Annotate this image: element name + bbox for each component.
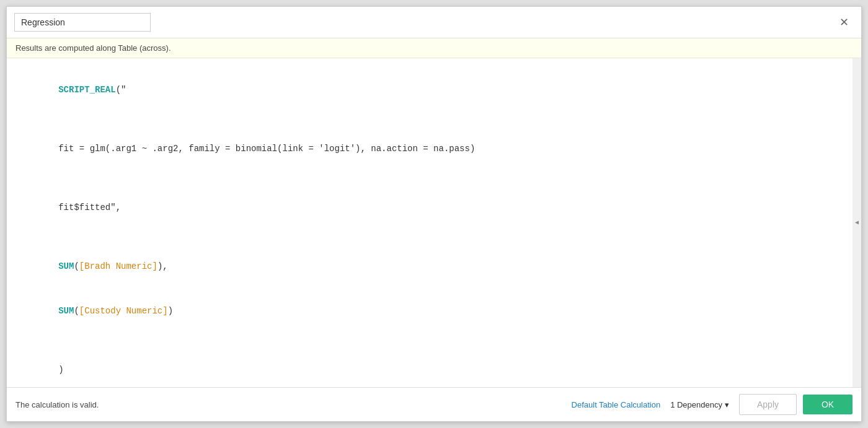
script-real-keyword: SCRIPT_REAL (58, 85, 115, 95)
bradh-field: [Bradh Numeric] (79, 261, 157, 271)
code-line-6 (17, 230, 851, 245)
code-fit-line: fit = glm(.arg1 ~ .arg2, family = binomi… (58, 144, 475, 154)
code-line-8: SUM([Custody Numeric]) (17, 289, 851, 333)
default-table-calculation-link[interactable]: Default Table Calculation (572, 400, 661, 409)
dialog-footer: The calculation is valid. Default Table … (7, 387, 861, 421)
code-fitted-line: fit$fitted", (58, 203, 121, 212)
sum-bracket-1: ( (74, 261, 79, 271)
scrollbar-arrow[interactable]: ◀ (855, 217, 859, 228)
sum-bracket-2: ( (74, 306, 79, 316)
code-line-9 (17, 333, 851, 348)
info-banner-text: Results are computed along Table (across… (16, 43, 171, 53)
code-content: SCRIPT_REAL(" fit = glm(.arg1 ~ .arg2, f… (17, 68, 851, 387)
calculation-title-input[interactable] (14, 13, 151, 32)
code-line-2 (17, 112, 851, 127)
dependency-label: 1 Dependency (670, 400, 722, 409)
scrollbar-track[interactable]: ◀ (852, 58, 861, 387)
footer-actions: Default Table Calculation 1 Dependency ▾… (572, 394, 852, 415)
sum-end-2: ) (168, 306, 173, 316)
apply-button[interactable]: Apply (739, 394, 797, 415)
code-line-4 (17, 172, 851, 186)
code-editor[interactable]: SCRIPT_REAL(" fit = glm(.arg1 ~ .arg2, f… (7, 58, 861, 387)
close-button[interactable]: ✕ (835, 14, 854, 30)
code-line-10: ) (17, 348, 851, 387)
sum-end-1: ), (157, 261, 168, 271)
sum-keyword-2: SUM (58, 306, 74, 316)
closing-paren: ) (58, 365, 63, 375)
custody-field: [Custody Numeric] (79, 306, 168, 316)
dialog-header: ✕ (7, 7, 861, 38)
code-line-7: SUM([Bradh Numeric]), (17, 245, 851, 289)
code-line-1-rest: (" (116, 85, 126, 95)
dependency-dropdown[interactable]: 1 Dependency ▾ (666, 398, 733, 412)
code-line-5: fit$fitted", (17, 186, 851, 230)
validation-status: The calculation is valid. (16, 400, 564, 409)
calculation-dialog: ✕ Results are computed along Table (acro… (6, 6, 862, 422)
code-line-3: fit = glm(.arg1 ~ .arg2, family = binomi… (17, 127, 851, 171)
ok-button[interactable]: OK (803, 395, 852, 414)
sum-keyword-1: SUM (58, 261, 74, 271)
code-line-1: SCRIPT_REAL(" (17, 68, 851, 112)
dropdown-chevron-icon: ▾ (725, 400, 729, 409)
info-banner: Results are computed along Table (across… (7, 38, 861, 58)
